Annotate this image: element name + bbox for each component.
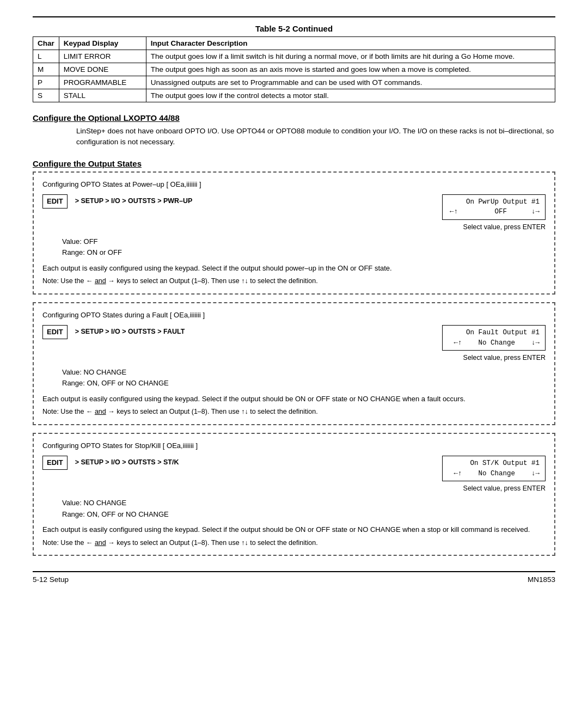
box1-display-area: On PwrUp Output #1 ←↑ OFF ↓→ Select valu… [192,194,546,233]
box1-note-and: and [95,277,106,285]
box3-note-suffix: → keys to select an Output (1–8). Then u… [106,539,318,547]
box1-display-line2: ←↑ OFF ↓→ [450,208,540,216]
box3-cmd-text: > SETUP > I/O > OUTSTS > ST/K [75,457,179,468]
box2-edit-button[interactable]: EDIT [42,325,68,339]
section1-heading: Configure the Optional LXOPTO 44/88 [33,113,555,122]
box1-range-label: Range: [62,248,85,256]
box2-display-area: On Fault Output #1 ←↑ No Change ↓→ Selec… [185,325,546,364]
box1-value: OFF [84,237,98,246]
box2-range: ON, OFF or NO CHANGE [87,379,169,387]
row-keypad-1: MOVE DONE [59,63,146,76]
box3-note-prefix: Note: Use the ← [42,539,95,547]
box1-range: ON or OFF [87,248,122,256]
box3-value-label: Value: [62,499,82,507]
dashed-box-3: Configuring OPTO States for Stop/Kill [ … [33,433,555,556]
box1-edit-button[interactable]: EDIT [42,194,68,209]
box1-value-label: Value: [62,237,82,246]
box2-body: Each output is easily configured using t… [42,394,546,405]
box1-cmd-row: EDIT > SETUP > I/O > OUTSTS > PWR–UP On … [42,194,546,233]
table-title: Table 5-2 Continued [33,24,555,33]
box3-display-line2: ←↑ No Change ↓→ [454,470,540,477]
footer-rule [33,571,555,572]
box2-display-line2: ←↑ No Change ↓→ [454,339,540,347]
box2-value-range: Value: NO CHANGE Range: ON, OFF or NO CH… [62,367,546,390]
section2-heading: Configure the Output States [33,159,555,168]
row-keypad-3: STALL [59,89,146,102]
box3-value: NO CHANGE [84,499,127,507]
top-rule [33,16,555,17]
box1-note: Note: Use the ← and → keys to select an … [42,276,546,286]
box1-note-prefix: Note: Use the ← [42,277,95,285]
row-desc-3: The output goes low if the control detec… [146,89,555,102]
box2-note-prefix: Note: Use the ← [42,408,95,415]
row-keypad-2: PROGRAMMABLE [59,76,146,89]
row-desc-0: The output goes low if a limit switch is… [146,50,555,63]
col-header-char: Char [33,37,59,50]
box2-title: Configuring OPTO States during a Fault [… [42,310,546,321]
table-row: L LIMIT ERROR The output goes low if a l… [33,50,555,63]
box2-cmd-text: > SETUP > I/O > OUTSTS > FAULT [75,327,185,337]
box3-range-label: Range: [62,510,85,518]
box2-note: Note: Use the ← and → keys to select an … [42,407,546,417]
row-char-2: P [33,76,59,89]
main-table: Char Keypad Display Input Character Desc… [33,36,555,102]
box3-note: Note: Use the ← and → keys to select an … [42,538,546,548]
table-row: P PROGRAMMABLE Unassigned outputs are se… [33,76,555,89]
footer-right: MN1853 [528,575,555,584]
box3-value-range: Value: NO CHANGE Range: ON, OFF or NO CH… [62,498,546,520]
box3-edit-button[interactable]: EDIT [42,456,68,470]
box2-value-label: Value: [62,368,82,376]
box3-body: Each output is easily configured using t… [42,524,546,535]
box3-display-line1: On ST/K Output #1 [470,459,540,467]
table-title-text: Table 5-2 [255,24,290,33]
dashed-box-1: Configuring OPTO States at Power–up [ OE… [33,171,555,295]
col-header-keypad: Keypad Display [59,37,146,50]
footer-left: 5-12 Setup [33,575,69,584]
col-header-description: Input Character Description [146,37,555,50]
box2-note-and: and [95,408,106,415]
box3-title: Configuring OPTO States for Stop/Kill [ … [42,440,546,451]
box1-note-suffix: → keys to select an Output (1–8). Then u… [106,277,318,285]
box3-cmd-row: EDIT > SETUP > I/O > OUTSTS > ST/K On ST… [42,456,546,494]
box1-title: Configuring OPTO States at Power–up [ OE… [42,179,546,190]
box2-value: NO CHANGE [84,368,127,376]
box3-display-area: On ST/K Output #1 ←↑ No Change ↓→ Select… [179,456,546,494]
box1-display-line1: On PwrUp Output #1 [466,198,540,206]
section1-body: LinStep+ does not have onboard OPTO I/O.… [76,126,555,148]
box2-display-box: On Fault Output #1 ←↑ No Change ↓→ [442,325,546,351]
table-row: S STALL The output goes low if the contr… [33,89,555,102]
box2-range-label: Range: [62,379,85,387]
row-char-0: L [33,50,59,63]
box3-range: ON, OFF or NO CHANGE [87,510,169,518]
row-desc-2: Unassigned outputs are set to Programmab… [146,76,555,89]
row-desc-1: The output goes high as soon as an axis … [146,63,555,76]
table-row: M MOVE DONE The output goes high as soon… [33,63,555,76]
row-keypad-0: LIMIT ERROR [59,50,146,63]
box2-cmd-row: EDIT > SETUP > I/O > OUTSTS > FAULT On F… [42,325,546,364]
box3-select-label: Select value, press ENTER [189,483,546,494]
box1-body: Each output is easily configured using t… [42,263,546,274]
box2-display-line1: On Fault Output #1 [466,329,540,336]
box1-value-range: Value: OFF Range: ON or OFF [62,236,546,259]
box3-display-box: On ST/K Output #1 ←↑ No Change ↓→ [442,456,546,482]
dashed-box-2: Configuring OPTO States during a Fault [… [33,302,555,425]
box1-cmd-text: > SETUP > I/O > OUTSTS > PWR–UP [75,196,193,206]
box2-select-label: Select value, press ENTER [195,353,546,363]
table-title-suffix: Continued [290,24,333,33]
box3-note-and: and [95,539,106,547]
box1-display-box: On PwrUp Output #1 ←↑ OFF ↓→ [442,194,546,220]
footer: 5-12 Setup MN1853 [33,575,555,584]
box2-note-suffix: → keys to select an Output (1–8). Then u… [106,408,318,415]
row-char-3: S [33,89,59,102]
row-char-1: M [33,63,59,76]
box1-select-label: Select value, press ENTER [203,222,546,232]
